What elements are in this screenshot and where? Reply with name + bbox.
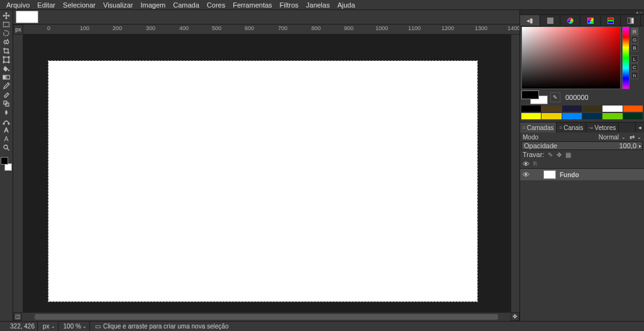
color-tab-wheel[interactable] [580, 15, 601, 26]
hue-slider[interactable] [622, 26, 630, 89]
panel-menu-icon[interactable]: ◂ [635, 122, 644, 133]
layers-panel: ≡Camadas ≡Canais ↝Vetores ◂ Modo Normal … [520, 122, 644, 321]
tool-clone[interactable] [1, 99, 12, 108]
color-square[interactable] [521, 26, 621, 89]
palette-swatch[interactable] [541, 113, 561, 119]
quick-mask-toggle[interactable]: ◫ [13, 312, 22, 321]
tool-move[interactable] [1, 11, 12, 20]
tool-paintbrush[interactable] [1, 82, 12, 90]
layer-name[interactable]: Fundo [560, 171, 579, 178]
channel-b[interactable]: B [631, 44, 638, 52]
svg-point-11 [8, 123, 9, 124]
tool-bucket[interactable] [1, 64, 12, 73]
menu-visualizar[interactable]: Visualizar [99, 1, 137, 9]
color-tab-palette[interactable] [601, 15, 621, 26]
svg-rect-0 [4, 23, 9, 27]
palette-swatch[interactable] [562, 106, 582, 112]
menu-ferramentas[interactable]: Ferramentas [229, 1, 275, 9]
channel-g[interactable]: G [631, 36, 638, 43]
color-tab-scales[interactable] [621, 15, 641, 26]
right-dock: ◂ ▫▫ ◂▮ R G B L C [519, 10, 644, 321]
layer-thumbnail[interactable] [543, 170, 556, 179]
menu-filtros[interactable]: Filtros [276, 1, 303, 9]
zoom-dropdown[interactable]: 100 %⌄ [61, 322, 90, 331]
color-panel: ◂▮ R G B L C h [520, 15, 644, 122]
fg-bg-colors[interactable] [1, 157, 12, 171]
channel-r[interactable]: R [631, 28, 638, 35]
palette-swatch[interactable] [582, 106, 602, 112]
tool-path[interactable] [1, 117, 12, 126]
tool-crop[interactable] [1, 46, 12, 55]
menu-janelas[interactable]: Janelas [303, 1, 334, 9]
menu-ajuda[interactable]: Ajuda [333, 1, 358, 9]
tool-gradient[interactable] [1, 73, 12, 82]
navigation-button[interactable]: ✥ [511, 312, 519, 321]
menu-arquivo[interactable]: Arquivo [3, 1, 33, 9]
tab-channels[interactable]: ≡Canais [557, 122, 586, 133]
lock-position-icon[interactable]: ✥ [557, 151, 562, 158]
palette-swatch[interactable] [541, 106, 561, 112]
color-tab-gimp[interactable]: ◂▮ [520, 15, 540, 26]
tool-smudge[interactable] [1, 108, 12, 117]
tool-rect-select[interactable] [1, 20, 12, 29]
scrollbar-horizontal[interactable] [22, 312, 511, 321]
tool-transform[interactable] [1, 55, 12, 64]
image-canvas[interactable] [48, 61, 477, 301]
palette-swatch[interactable] [562, 113, 582, 119]
mode-swap-icon[interactable]: ⇄ [630, 134, 635, 141]
lock-pixels-icon[interactable]: ✎ [548, 151, 553, 158]
unit-dropdown[interactable]: px⌄ [40, 322, 58, 331]
svg-point-3 [8, 57, 9, 58]
menu-cores[interactable]: Cores [203, 1, 229, 9]
ruler-vertical[interactable] [13, 35, 23, 312]
opacity-label: Opacidade [524, 142, 557, 149]
channel-l[interactable]: L [631, 55, 638, 63]
lock-alpha-icon[interactable]: ▦ [565, 151, 571, 158]
layer-item[interactable]: 👁 Fundo [520, 169, 644, 180]
dock-foreground[interactable] [521, 90, 539, 99]
palette-swatch[interactable] [521, 113, 541, 119]
tool-heal[interactable] [1, 134, 12, 143]
palette-swatch[interactable] [602, 113, 622, 119]
tab-layers[interactable]: ≡Camadas [520, 122, 557, 133]
palette-swatch[interactable] [602, 106, 622, 112]
palette-swatch[interactable] [521, 106, 541, 112]
tool-color-picker[interactable] [1, 143, 12, 152]
mode-label: Modo [523, 134, 538, 141]
statusbar: 322, 426 px⌄ 100 %⌄ ▭Clique e arraste pa… [0, 321, 644, 331]
channel-c[interactable]: C [631, 63, 638, 71]
eyedropper-icon[interactable]: ✎ [550, 92, 560, 102]
mode-dropdown[interactable]: Normal [599, 134, 619, 141]
color-tab-cmyk[interactable] [540, 15, 560, 26]
dock-config-icon[interactable]: ▫▫ [640, 10, 643, 14]
palette-swatch[interactable] [582, 113, 602, 119]
tool-free-select[interactable] [1, 29, 12, 38]
tab-paths[interactable]: ↝Vetores [586, 122, 619, 133]
tool-text[interactable] [1, 126, 12, 134]
layer-visibility-icon[interactable]: 👁 [523, 171, 530, 178]
svg-rect-1 [4, 57, 9, 62]
tool-eraser[interactable] [1, 90, 12, 99]
dock-fg-bg-colors[interactable] [521, 90, 548, 104]
menu-imagem[interactable]: Imagem [137, 1, 170, 9]
ruler-corner[interactable]: px [13, 24, 23, 35]
ruler-horizontal[interactable]: 0 100 200 300 400 500 600 700 800 900 10… [23, 24, 519, 35]
menu-editar[interactable]: Editar [33, 1, 59, 9]
menu-camada[interactable]: Camada [169, 1, 203, 9]
tool-fuzzy-select[interactable] [1, 38, 12, 46]
scrollbar-vertical[interactable] [511, 35, 519, 312]
color-tab-water[interactable] [560, 15, 580, 26]
image-preview-thumb[interactable] [16, 11, 38, 23]
dock-collapse-icon[interactable]: ◂ [636, 10, 638, 15]
foreground-color[interactable] [1, 157, 8, 165]
chevron-down-icon[interactable]: ⌄ [621, 134, 626, 140]
channel-h[interactable]: h [631, 72, 638, 79]
palette-swatch[interactable] [623, 113, 643, 119]
svg-rect-7 [3, 75, 9, 79]
opacity-slider[interactable]: Opacidade 100,0 ▸ [521, 141, 643, 150]
chevron-down-icon-2[interactable]: ⌄ [637, 134, 641, 140]
canvas-viewport[interactable] [23, 35, 511, 312]
hex-input[interactable]: 000000 [563, 92, 643, 102]
menu-selecionar[interactable]: Selecionar [59, 1, 99, 9]
palette-swatch[interactable] [623, 106, 643, 112]
